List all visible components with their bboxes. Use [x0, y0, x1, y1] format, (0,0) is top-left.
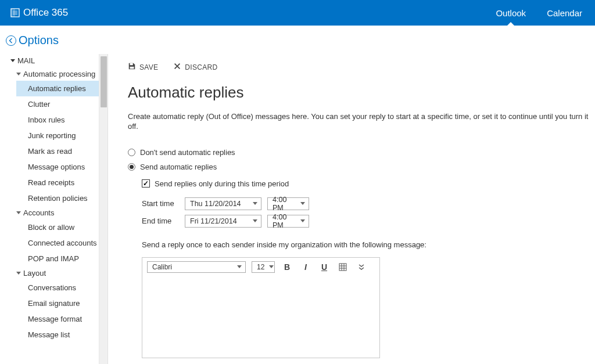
sidebar-section-mail[interactable]: MAIL [10, 54, 107, 67]
options-title: Options [19, 34, 59, 47]
radio-dont-send-label: Don't send automatic replies [140, 148, 235, 157]
double-chevron-down-icon [357, 263, 365, 271]
sidebar-item-pop-and-imap[interactable]: POP and IMAP [16, 251, 107, 266]
top-app-bar: Office 365 Outlook Calendar [0, 0, 595, 26]
end-time-value: 4:00 PM [273, 213, 296, 229]
sidebar-section-accounts[interactable]: Accounts [16, 206, 107, 219]
back-arrow-icon[interactable] [6, 35, 16, 46]
sidebar-item-inbox-rules[interactable]: Inbox rules [16, 112, 107, 128]
close-icon [173, 62, 181, 72]
radio-dont-send[interactable]: Don't send automatic replies [128, 148, 595, 157]
more-formatting-button[interactable] [355, 261, 368, 273]
caret-down-icon [16, 211, 21, 214]
discard-label: DISCARD [185, 63, 217, 71]
end-time-label: End time [142, 217, 179, 225]
options-header[interactable]: Options [0, 26, 595, 54]
radio-icon [128, 163, 135, 171]
caret-down-icon [10, 59, 15, 62]
svg-rect-3 [130, 67, 134, 69]
sidebar-section-layout[interactable]: Layout [16, 266, 107, 280]
message-editor: Calibri 12 B I U [142, 257, 380, 358]
sidebar-section-ap-label: Automatic processing [23, 70, 95, 78]
page-description: Create automatic reply (Out of Office) m… [128, 112, 595, 132]
radio-icon [128, 149, 135, 156]
chevron-down-icon [253, 202, 257, 205]
sidebar-item-retention-policies[interactable]: Retention policies [16, 190, 107, 206]
sidebar-section-automatic-processing[interactable]: Automatic processing [16, 67, 107, 81]
main-content: SAVE DISCARD Automatic replies Create au… [108, 54, 595, 364]
table-icon [339, 263, 347, 271]
sidebar-item-connected-accounts[interactable]: Connected accounts [16, 235, 107, 251]
checkbox-icon [142, 179, 150, 188]
caret-down-icon [16, 272, 21, 275]
checkbox-time-period-label: Send replies only during this time perio… [155, 179, 289, 188]
end-date-dropdown[interactable]: Fri 11/21/2014 [185, 215, 261, 228]
sidebar-item-block-or-allow[interactable]: Block or allow [16, 219, 107, 235]
sidebar-item-message-list[interactable]: Message list [16, 327, 107, 343]
start-date-dropdown[interactable]: Thu 11/20/2014 [185, 197, 261, 210]
sidebar-scrollbar[interactable] [99, 54, 107, 364]
caret-down-icon [16, 73, 21, 75]
scrollbar-thumb[interactable] [101, 56, 107, 107]
font-size-value: 12 [257, 263, 264, 271]
sidebar-item-clutter[interactable]: Clutter [16, 96, 107, 112]
italic-button[interactable]: I [299, 261, 312, 273]
top-nav: Outlook Calendar [493, 1, 585, 25]
toolbar: SAVE DISCARD [128, 54, 595, 80]
time-period-grid: Start time Thu 11/20/2014 4:00 PM End ti… [142, 197, 595, 228]
nav-outlook[interactable]: Outlook [493, 1, 528, 25]
sidebar-section-mail-label: MAIL [17, 56, 35, 65]
svg-rect-4 [339, 264, 346, 271]
sidebar-item-read-receipts[interactable]: Read receipts [16, 175, 107, 190]
radio-send[interactable]: Send automatic replies [128, 163, 595, 171]
office-logo-icon [10, 8, 20, 17]
sidebar-item-message-options[interactable]: Message options [16, 159, 107, 175]
editor-toolbar: Calibri 12 B I U [142, 258, 379, 276]
discard-button[interactable]: DISCARD [173, 62, 217, 72]
save-button[interactable]: SAVE [128, 62, 158, 72]
page-title: Automatic replies [128, 84, 595, 102]
start-time-dropdown[interactable]: 4:00 PM [267, 197, 309, 210]
brand-text: Office 365 [23, 7, 68, 19]
sidebar-item-automatic-replies[interactable]: Automatic replies [16, 81, 107, 96]
end-date-value: Fri 11/21/2014 [190, 217, 237, 225]
sidebar-item-message-format[interactable]: Message format [16, 311, 107, 327]
radio-send-label: Send automatic replies [140, 163, 217, 171]
sidebar-item-email-signature[interactable]: Email signature [16, 295, 107, 311]
sidebar-item-junk-reporting[interactable]: Junk reporting [16, 128, 107, 143]
sidebar-section-accounts-label: Accounts [23, 208, 54, 217]
underline-button[interactable]: U [318, 261, 331, 273]
svg-rect-2 [130, 63, 133, 66]
chevron-down-icon [300, 202, 305, 205]
brand: Office 365 [10, 7, 68, 19]
chevron-down-icon [237, 265, 242, 268]
bold-button[interactable]: B [281, 261, 293, 273]
sidebar-item-conversations[interactable]: Conversations [16, 280, 107, 295]
start-date-value: Thu 11/20/2014 [190, 200, 241, 208]
chevron-down-icon [300, 219, 305, 222]
font-family-dropdown[interactable]: Calibri [147, 261, 246, 273]
sidebar-item-mark-as-read[interactable]: Mark as read [16, 143, 107, 159]
end-time-dropdown[interactable]: 4:00 PM [267, 215, 309, 228]
start-time-value: 4:00 PM [273, 196, 296, 212]
sidebar-section-layout-label: Layout [23, 269, 46, 277]
font-size-dropdown[interactable]: 12 [252, 261, 275, 273]
checkbox-time-period[interactable]: Send replies only during this time perio… [142, 179, 595, 188]
start-time-label: Start time [142, 199, 179, 208]
font-family-value: Calibri [152, 263, 172, 271]
sidebar: MAIL Automatic processing Automatic repl… [0, 54, 108, 364]
table-button[interactable] [336, 261, 349, 273]
save-icon [128, 62, 136, 72]
reply-once-text: Send a reply once to each sender inside … [142, 240, 595, 249]
save-label: SAVE [139, 63, 158, 71]
message-textarea[interactable] [142, 276, 379, 358]
chevron-down-icon [269, 265, 274, 268]
nav-calendar[interactable]: Calendar [544, 1, 585, 25]
chevron-down-icon [253, 219, 257, 222]
